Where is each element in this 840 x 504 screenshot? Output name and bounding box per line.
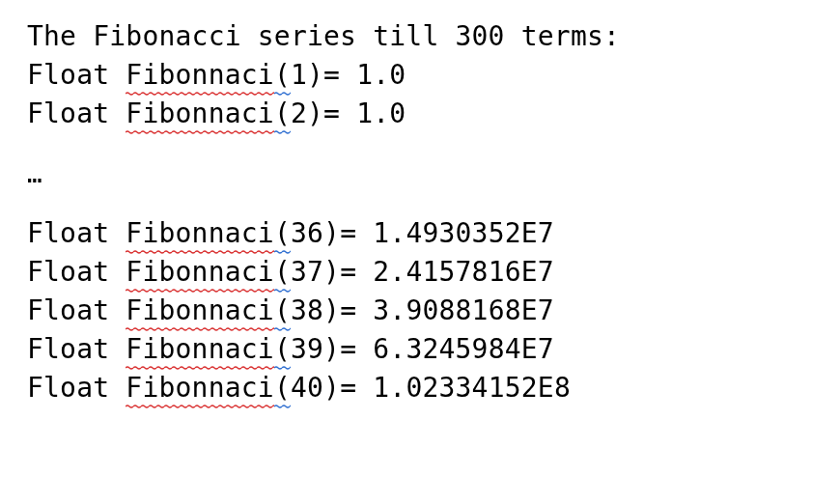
open-paren: ( (274, 56, 291, 95)
fib-index: 36 (291, 214, 323, 253)
output-line: Float Fibonnaci(38)= 3.9088168E7 (27, 292, 813, 330)
fibonnaci-word: Fibonnaci (126, 56, 274, 95)
equals: )= (307, 56, 356, 95)
open-paren: ( (274, 330, 291, 369)
equals: )= (307, 95, 356, 133)
output-line: Float Fibonnaci(2)= 1.0 (27, 95, 813, 133)
equals: )= (323, 292, 373, 330)
fib-index: 1 (291, 56, 307, 95)
float-label: Float (27, 56, 126, 95)
fibonnaci-word: Fibonnaci (126, 292, 274, 330)
fib-value: 1.4930352E7 (373, 214, 554, 253)
fib-value: 6.3245984E7 (373, 330, 554, 369)
heading-number: 300 (456, 17, 505, 56)
open-paren: ( (274, 292, 291, 330)
fibonnaci-word: Fibonnaci (126, 214, 274, 253)
float-label: Float (27, 369, 126, 407)
equals: )= (323, 253, 373, 292)
ellipsis-icon: … (27, 145, 42, 203)
fib-index: 37 (291, 253, 323, 292)
fib-index: 40 (291, 369, 323, 407)
float-label: Float (27, 253, 126, 292)
equals: )= (323, 214, 373, 253)
fibonnaci-word: Fibonnaci (126, 95, 274, 133)
fib-index: 2 (291, 95, 307, 133)
fib-value: 2.4157816E7 (373, 253, 554, 292)
fib-index: 39 (291, 330, 323, 369)
document-body: The Fibonacci series till 300 terms: Flo… (0, 0, 840, 407)
heading-line: The Fibonacci series till 300 terms: (27, 17, 813, 56)
output-line: Float Fibonnaci(39)= 6.3245984E7 (27, 330, 813, 369)
equals: )= (323, 330, 373, 369)
output-line: Float Fibonnaci(37)= 2.4157816E7 (27, 253, 813, 292)
output-line: Float Fibonnaci(1)= 1.0 (27, 56, 813, 95)
equals: )= (323, 369, 373, 407)
output-line: Float Fibonnaci(40)= 1.02334152E8 (27, 369, 813, 407)
fib-value: 3.9088168E7 (373, 292, 554, 330)
heading-prefix: The Fibonacci series till (27, 17, 456, 56)
open-paren: ( (274, 95, 291, 133)
fib-value: 1.0 (356, 56, 406, 95)
heading-suffix: terms: (505, 17, 620, 56)
open-paren: ( (274, 369, 291, 407)
float-label: Float (27, 95, 126, 133)
ellipsis-line: … (27, 133, 813, 214)
float-label: Float (27, 292, 126, 330)
float-label: Float (27, 330, 126, 369)
fibonnaci-word: Fibonnaci (126, 330, 274, 369)
fibonnaci-word: Fibonnaci (126, 253, 274, 292)
fibonnaci-word: Fibonnaci (126, 369, 274, 407)
fib-value: 1.0 (356, 95, 406, 133)
open-paren: ( (274, 253, 291, 292)
output-line: Float Fibonnaci(36)= 1.4930352E7 (27, 214, 813, 253)
open-paren: ( (274, 214, 291, 253)
float-label: Float (27, 214, 126, 253)
fib-value: 1.02334152E8 (373, 369, 571, 407)
fib-index: 38 (291, 292, 323, 330)
